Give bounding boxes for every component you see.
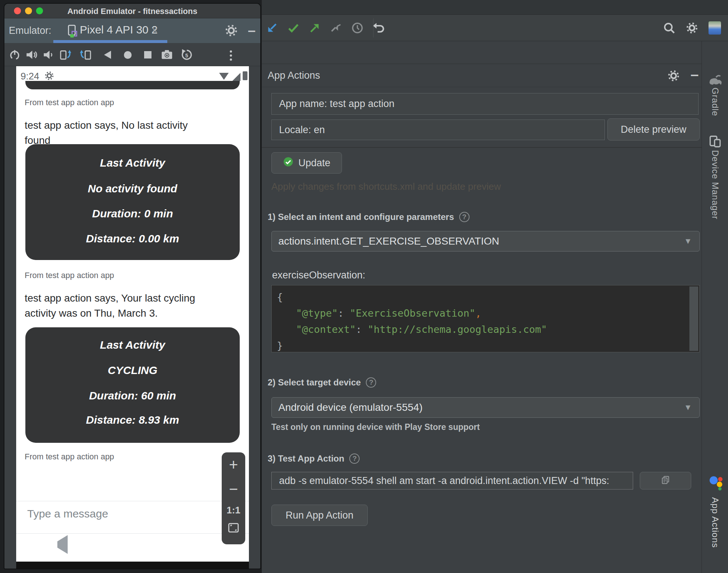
card-duration: Duration: 0 min bbox=[25, 207, 240, 220]
update-check-icon bbox=[283, 156, 294, 170]
search-icon[interactable] bbox=[662, 21, 677, 35]
section-divider bbox=[262, 147, 702, 148]
device-phone-icon bbox=[66, 24, 78, 39]
fit-screen-button[interactable] bbox=[222, 522, 245, 535]
sidebar-tab-device-manager[interactable]: Device Manager bbox=[710, 150, 720, 220]
window-title: Android Emulator - fitnessactions bbox=[4, 7, 260, 16]
snapshot-restore-icon[interactable]: 5 bbox=[180, 48, 193, 61]
delete-preview-button[interactable]: Delete preview bbox=[607, 118, 700, 140]
undo-rollback-icon[interactable] bbox=[371, 21, 386, 35]
more-options-icon[interactable] bbox=[224, 49, 238, 62]
card-duration: Duration: 60 min bbox=[25, 389, 240, 402]
device-manager-icon[interactable] bbox=[709, 135, 722, 149]
json-scrollbar[interactable] bbox=[689, 286, 698, 351]
android-studio-panel: App Actions – App name: test app action … bbox=[262, 0, 728, 573]
studio-main-toolbar bbox=[262, 15, 728, 41]
exercise-observation-json-editor[interactable]: { "@type": "ExerciseObservation", "@cont… bbox=[271, 285, 700, 352]
intent-dropdown[interactable]: actions.intent.GET_EXERCISE_OBSERVATION … bbox=[271, 231, 700, 252]
home-icon[interactable] bbox=[121, 48, 134, 61]
back-icon[interactable] bbox=[101, 48, 114, 61]
studio-top-strip bbox=[262, 0, 728, 15]
volume-up-icon[interactable] bbox=[25, 48, 38, 61]
caret-down-icon: ▼ bbox=[684, 236, 692, 246]
device-value: Android device (emulator-5554) bbox=[278, 402, 422, 413]
intent-value: actions.intent.GET_EXERCISE_OBSERVATION bbox=[278, 235, 499, 247]
last-activity-card-2: Last Activity CYCLING Duration: 60 min D… bbox=[25, 327, 240, 443]
rotate-left-icon[interactable] bbox=[59, 48, 72, 61]
emulator-titlebar: Android Emulator - fitnessactions bbox=[4, 4, 260, 18]
status-bar-clock: 9:24 bbox=[21, 71, 39, 82]
sidebar-tab-gradle[interactable]: Gradle bbox=[710, 88, 720, 116]
section1-label: 1) Select an intent and configure parame… bbox=[268, 212, 470, 222]
emulator-toolbar: 5 bbox=[4, 43, 260, 66]
push-changes-icon[interactable] bbox=[307, 21, 322, 35]
help-icon[interactable]: ? bbox=[349, 453, 360, 464]
update-tooltip-hint: Apply changes from shortcuts.xml and upd… bbox=[271, 181, 501, 192]
help-icon[interactable]: ? bbox=[366, 377, 376, 388]
card-distance: Distance: 8.93 km bbox=[25, 414, 240, 426]
gradle-elephant-icon[interactable] bbox=[709, 74, 722, 87]
chat-input-divider bbox=[16, 501, 249, 501]
zoom-out-button[interactable]: − bbox=[222, 480, 245, 498]
card-activity: No activity found bbox=[25, 182, 240, 195]
section3-label: 3) Test App Action ? bbox=[268, 453, 360, 464]
app-name-field[interactable]: App name: test app action bbox=[271, 93, 699, 115]
adb-command-field[interactable]: adb -s emulator-5554 shell am start -a a… bbox=[271, 472, 633, 490]
tab-pixel-4-api-30-2[interactable]: Pixel 4 API 30 2 bbox=[80, 24, 158, 36]
merge-icon[interactable] bbox=[329, 21, 343, 35]
chat-message-input[interactable] bbox=[27, 508, 182, 520]
history-clock-icon[interactable] bbox=[350, 21, 365, 35]
emulator-label: Emulator: bbox=[9, 25, 51, 36]
message-sender-label: From test app action app bbox=[25, 452, 114, 462]
locale-value: Locale: en bbox=[279, 124, 325, 136]
assistant-logo-icon[interactable] bbox=[709, 474, 723, 492]
zoom-reset-button[interactable]: 1:1 bbox=[222, 505, 245, 516]
locale-field[interactable]: Locale: en bbox=[271, 120, 605, 140]
panel-settings-gear-icon[interactable] bbox=[667, 69, 680, 84]
caret-down-icon: ▼ bbox=[684, 403, 692, 412]
svg-text:5: 5 bbox=[185, 53, 188, 58]
status-wifi-icon bbox=[219, 73, 229, 80]
app-actions-panel-header: App Actions – bbox=[262, 64, 702, 87]
emulator-settings-gear-icon[interactable] bbox=[224, 24, 238, 39]
assistant-message: test app action says, Your last cycling … bbox=[25, 291, 201, 321]
last-activity-card-1: Last Activity No activity found Duration… bbox=[25, 144, 240, 260]
overview-icon[interactable] bbox=[141, 48, 154, 61]
screenshot-camera-icon[interactable] bbox=[160, 48, 174, 61]
help-icon[interactable]: ? bbox=[459, 212, 470, 222]
panel-hide-icon[interactable]: – bbox=[690, 66, 699, 83]
tool-window-sidebar: Gradle Device Manager App Actions bbox=[702, 41, 728, 573]
rotate-right-icon[interactable] bbox=[79, 48, 92, 61]
target-device-dropdown[interactable]: Android device (emulator-5554) ▼ bbox=[271, 397, 700, 418]
sidebar-tab-app-actions[interactable]: App Actions bbox=[710, 497, 720, 548]
json-line: { bbox=[277, 289, 699, 305]
app-name-value: App name: test app action bbox=[279, 98, 395, 110]
status-battery-icon bbox=[243, 71, 247, 80]
pull-changes-icon[interactable] bbox=[265, 21, 279, 35]
tab-close-icon[interactable]: × bbox=[151, 24, 157, 36]
json-line: "@context": "http://schema.googleapis.co… bbox=[277, 321, 699, 338]
zoom-in-button[interactable]: + bbox=[222, 456, 245, 474]
card-distance: Distance: 0.00 km bbox=[25, 232, 240, 245]
panel-minimize-icon[interactable]: – bbox=[248, 23, 256, 39]
card-activity: CYCLING bbox=[25, 364, 240, 377]
user-avatar[interactable] bbox=[707, 21, 722, 35]
adb-command-value: adb -s emulator-5554 shell am start -a a… bbox=[279, 475, 609, 487]
commit-check-icon[interactable] bbox=[286, 21, 301, 35]
navbar-divider bbox=[16, 533, 249, 534]
active-tab-underline bbox=[53, 40, 167, 43]
assistant-message: test app action says, No last activity f… bbox=[25, 118, 201, 148]
power-icon[interactable] bbox=[8, 48, 21, 61]
emulator-zoom-panel: + − 1:1 bbox=[222, 452, 245, 544]
message-sender-label: From test app action app bbox=[25, 271, 114, 280]
settings-gear-icon[interactable] bbox=[685, 21, 699, 35]
previous-card-remnant bbox=[25, 81, 240, 89]
run-app-action-button[interactable]: Run App Action bbox=[271, 505, 368, 526]
update-button[interactable]: Update bbox=[271, 152, 342, 174]
card-title: Last Activity bbox=[25, 157, 240, 169]
copy-command-button[interactable] bbox=[640, 472, 691, 490]
android-back-button[interactable] bbox=[57, 541, 68, 548]
volume-down-icon[interactable] bbox=[41, 48, 54, 61]
message-sender-label: From test app action app bbox=[25, 98, 114, 107]
emulator-window: Android Emulator - fitnessactions Emulat… bbox=[4, 3, 261, 569]
